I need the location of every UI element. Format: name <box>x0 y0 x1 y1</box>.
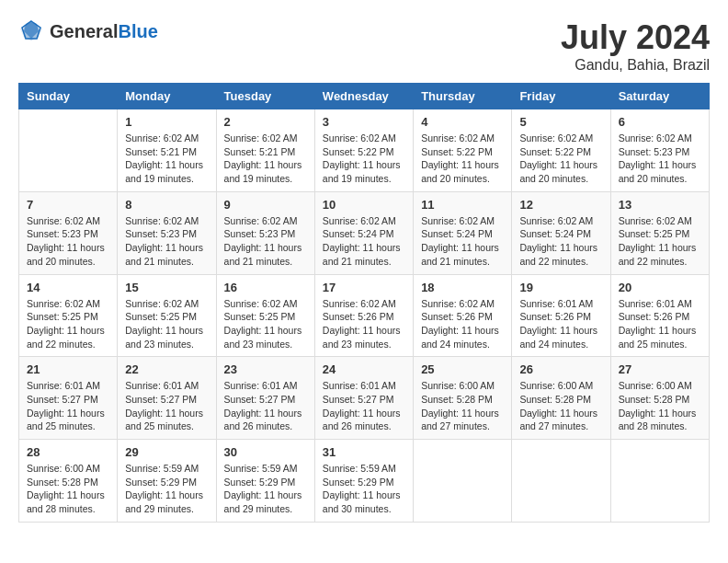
day-number: 6 <box>619 115 701 129</box>
day-number: 10 <box>323 198 405 212</box>
day-info: Sunrise: 6:01 AMSunset: 5:26 PMDaylight:… <box>519 297 602 351</box>
month-year-title: July 2024 <box>561 18 710 57</box>
day-number: 16 <box>224 281 307 294</box>
calendar-cell: 19Sunrise: 6:01 AMSunset: 5:26 PMDayligh… <box>512 274 610 357</box>
day-number: 12 <box>519 198 602 212</box>
calendar-cell <box>512 440 610 523</box>
calendar-cell <box>610 440 709 523</box>
day-info: Sunrise: 6:02 AMSunset: 5:22 PMDaylight:… <box>323 132 405 186</box>
day-number: 5 <box>519 115 602 129</box>
calendar-table: SundayMondayTuesdayWednesdayThursdayFrid… <box>18 83 710 523</box>
calendar-cell: 4Sunrise: 6:02 AMSunset: 5:22 PMDaylight… <box>414 109 512 192</box>
calendar-cell: 2Sunrise: 6:02 AMSunset: 5:21 PMDaylight… <box>216 109 314 192</box>
day-number: 29 <box>125 445 208 459</box>
location-subtitle: Gandu, Bahia, Brazil <box>561 57 710 74</box>
day-info: Sunrise: 6:02 AMSunset: 5:23 PMDaylight:… <box>27 214 109 269</box>
day-number: 27 <box>619 362 701 376</box>
calendar-cell <box>19 109 118 192</box>
calendar-week-4: 21Sunrise: 6:01 AMSunset: 5:27 PMDayligh… <box>19 357 710 440</box>
day-info: Sunrise: 6:02 AMSunset: 5:26 PMDaylight:… <box>323 297 405 351</box>
day-number: 28 <box>27 445 109 459</box>
calendar-week-1: 1Sunrise: 6:02 AMSunset: 5:21 PMDaylight… <box>19 109 710 192</box>
day-info: Sunrise: 6:01 AMSunset: 5:26 PMDaylight:… <box>619 297 701 351</box>
calendar-cell: 16Sunrise: 6:02 AMSunset: 5:25 PMDayligh… <box>216 274 314 357</box>
svg-marker-0 <box>20 20 42 40</box>
day-info: Sunrise: 6:02 AMSunset: 5:26 PMDaylight:… <box>421 297 504 351</box>
calendar-cell: 24Sunrise: 6:01 AMSunset: 5:27 PMDayligh… <box>314 357 413 440</box>
day-number: 30 <box>224 445 307 459</box>
day-number: 8 <box>125 198 208 212</box>
day-info: Sunrise: 6:01 AMSunset: 5:27 PMDaylight:… <box>27 379 109 433</box>
calendar-cell: 21Sunrise: 6:01 AMSunset: 5:27 PMDayligh… <box>19 357 118 440</box>
day-number: 22 <box>125 362 208 376</box>
day-info: Sunrise: 6:01 AMSunset: 5:27 PMDaylight:… <box>323 379 405 433</box>
column-header-monday: Monday <box>118 84 216 109</box>
calendar-cell: 20Sunrise: 6:01 AMSunset: 5:26 PMDayligh… <box>610 274 709 357</box>
day-info: Sunrise: 6:02 AMSunset: 5:25 PMDaylight:… <box>125 297 208 351</box>
calendar-cell: 22Sunrise: 6:01 AMSunset: 5:27 PMDayligh… <box>118 357 216 440</box>
day-info: Sunrise: 6:02 AMSunset: 5:24 PMDaylight:… <box>519 214 602 269</box>
day-info: Sunrise: 6:02 AMSunset: 5:22 PMDaylight:… <box>519 132 602 186</box>
day-number: 25 <box>421 362 504 376</box>
calendar-cell <box>414 440 512 523</box>
logo-text: GeneralBlue <box>50 21 158 42</box>
day-info: Sunrise: 6:02 AMSunset: 5:23 PMDaylight:… <box>125 214 208 269</box>
calendar-cell: 28Sunrise: 6:00 AMSunset: 5:28 PMDayligh… <box>19 440 118 523</box>
calendar-cell: 7Sunrise: 6:02 AMSunset: 5:23 PMDaylight… <box>19 191 118 274</box>
calendar-cell: 23Sunrise: 6:01 AMSunset: 5:27 PMDayligh… <box>216 357 314 440</box>
day-info: Sunrise: 6:00 AMSunset: 5:28 PMDaylight:… <box>519 379 602 433</box>
calendar-cell: 27Sunrise: 6:00 AMSunset: 5:28 PMDayligh… <box>610 357 709 440</box>
day-info: Sunrise: 6:01 AMSunset: 5:27 PMDaylight:… <box>125 379 208 433</box>
day-info: Sunrise: 6:02 AMSunset: 5:21 PMDaylight:… <box>125 132 208 186</box>
day-info: Sunrise: 5:59 AMSunset: 5:29 PMDaylight:… <box>125 462 208 516</box>
calendar-cell: 30Sunrise: 5:59 AMSunset: 5:29 PMDayligh… <box>216 440 314 523</box>
day-number: 7 <box>27 198 109 212</box>
calendar-cell: 9Sunrise: 6:02 AMSunset: 5:23 PMDaylight… <box>216 191 314 274</box>
day-info: Sunrise: 6:02 AMSunset: 5:23 PMDaylight:… <box>619 132 701 186</box>
day-number: 13 <box>619 198 701 212</box>
column-header-sunday: Sunday <box>19 84 118 109</box>
day-info: Sunrise: 6:02 AMSunset: 5:24 PMDaylight:… <box>323 214 405 269</box>
calendar-cell: 14Sunrise: 6:02 AMSunset: 5:25 PMDayligh… <box>19 274 118 357</box>
logo-general: General <box>50 21 118 42</box>
calendar-cell: 5Sunrise: 6:02 AMSunset: 5:22 PMDaylight… <box>512 109 610 192</box>
day-number: 31 <box>323 445 405 459</box>
day-number: 24 <box>323 362 405 376</box>
day-info: Sunrise: 6:02 AMSunset: 5:25 PMDaylight:… <box>27 297 109 351</box>
calendar-week-2: 7Sunrise: 6:02 AMSunset: 5:23 PMDaylight… <box>19 191 710 274</box>
day-number: 1 <box>125 115 208 129</box>
calendar-cell: 15Sunrise: 6:02 AMSunset: 5:25 PMDayligh… <box>118 274 216 357</box>
day-number: 18 <box>421 281 504 294</box>
day-number: 3 <box>323 115 405 129</box>
day-info: Sunrise: 6:02 AMSunset: 5:21 PMDaylight:… <box>224 132 307 186</box>
calendar-cell: 11Sunrise: 6:02 AMSunset: 5:24 PMDayligh… <box>414 191 512 274</box>
calendar-cell: 3Sunrise: 6:02 AMSunset: 5:22 PMDaylight… <box>314 109 413 192</box>
day-info: Sunrise: 6:02 AMSunset: 5:24 PMDaylight:… <box>421 214 504 269</box>
day-number: 2 <box>224 115 307 129</box>
calendar-cell: 1Sunrise: 6:02 AMSunset: 5:21 PMDaylight… <box>118 109 216 192</box>
calendar-cell: 25Sunrise: 6:00 AMSunset: 5:28 PMDayligh… <box>414 357 512 440</box>
day-number: 23 <box>224 362 307 376</box>
calendar-cell: 29Sunrise: 5:59 AMSunset: 5:29 PMDayligh… <box>118 440 216 523</box>
calendar-cell: 10Sunrise: 6:02 AMSunset: 5:24 PMDayligh… <box>314 191 413 274</box>
calendar-cell: 31Sunrise: 5:59 AMSunset: 5:29 PMDayligh… <box>314 440 413 523</box>
day-info: Sunrise: 6:02 AMSunset: 5:25 PMDaylight:… <box>224 297 307 351</box>
calendar-cell: 18Sunrise: 6:02 AMSunset: 5:26 PMDayligh… <box>414 274 512 357</box>
day-number: 19 <box>519 281 602 294</box>
calendar-cell: 8Sunrise: 6:02 AMSunset: 5:23 PMDaylight… <box>118 191 216 274</box>
day-number: 9 <box>224 198 307 212</box>
calendar-header-row: SundayMondayTuesdayWednesdayThursdayFrid… <box>19 84 710 109</box>
logo-icon <box>18 18 44 44</box>
day-info: Sunrise: 6:02 AMSunset: 5:25 PMDaylight:… <box>619 214 701 269</box>
column-header-tuesday: Tuesday <box>216 84 314 109</box>
day-info: Sunrise: 6:02 AMSunset: 5:22 PMDaylight:… <box>421 132 504 186</box>
calendar-cell: 6Sunrise: 6:02 AMSunset: 5:23 PMDaylight… <box>610 109 709 192</box>
calendar-cell: 26Sunrise: 6:00 AMSunset: 5:28 PMDayligh… <box>512 357 610 440</box>
day-info: Sunrise: 6:01 AMSunset: 5:27 PMDaylight:… <box>224 379 307 433</box>
page-header: GeneralBlue July 2024 Gandu, Bahia, Braz… <box>18 18 710 74</box>
column-header-saturday: Saturday <box>610 84 709 109</box>
day-number: 17 <box>323 281 405 294</box>
day-number: 26 <box>519 362 602 376</box>
day-number: 20 <box>619 281 701 294</box>
day-info: Sunrise: 6:00 AMSunset: 5:28 PMDaylight:… <box>619 379 701 433</box>
